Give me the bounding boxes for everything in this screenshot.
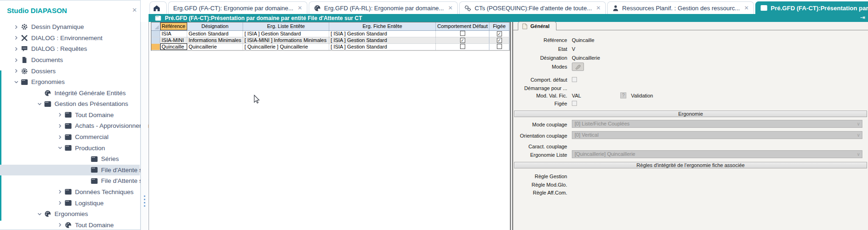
chevron-right-icon[interactable] [56, 124, 64, 128]
close-icon[interactable]: ✕ [744, 5, 749, 11]
cell-reference[interactable]: ISIA [160, 30, 187, 37]
cell-designation[interactable]: Gestion Standard [187, 30, 243, 37]
sidebar-item-dialog-environnement[interactable]: DIALOG : Environnement [0, 33, 140, 44]
cell-designation[interactable]: Quincaillerie [187, 43, 243, 50]
column-header-fig-e[interactable]: Figée [489, 22, 509, 30]
cell-reference[interactable]: Quincaille [160, 43, 187, 50]
column-header-comportement-d-faut[interactable]: Comportement Défaut [436, 22, 489, 30]
tab-home[interactable] [149, 1, 167, 14]
chevron-right-icon[interactable] [12, 47, 20, 51]
chevron-right-icon[interactable] [12, 58, 20, 63]
tab-document-5[interactable]: Pré.GFD (FA-CT):Présentation par domai..… [755, 1, 868, 14]
sidebar-item-gestion-des-pr-sentations[interactable]: Gestion des Présentations [0, 98, 140, 110]
field-figee: Figée [513, 100, 868, 107]
column-header-erg-liste-ent-te[interactable]: Erg. Liste Entête [243, 22, 329, 30]
field-designation: Désignation Quincaillerie [513, 54, 868, 61]
tree-item-label: Ergonomies [31, 78, 65, 85]
comport-defaut-checkbox[interactable] [572, 77, 577, 82]
close-icon[interactable]: ✕ [448, 5, 453, 11]
tab-document-1[interactable]: Erg.GFD (FA-CT): Ergonomie par domaine..… [168, 1, 307, 14]
tab-document-3[interactable]: CTs (POSEQUINC):File d'attente de toute.… [459, 1, 606, 14]
close-icon[interactable]: ✕ [131, 7, 138, 14]
figee-checkbox[interactable]: ✓ [497, 31, 502, 36]
sidebar-item-ergonomies[interactable]: Ergonomies [0, 77, 140, 88]
row-indicator[interactable] [151, 30, 160, 37]
tree-scrollbar[interactable] [141, 22, 148, 230]
comportement-defaut-checkbox[interactable]: ✓ [460, 38, 465, 43]
sidebar-item-tout-domaine[interactable]: Tout Domaine [0, 110, 140, 121]
gear-icon [20, 23, 28, 31]
tab-label: CTs (POSEQUINC):File d'attente de toute.… [475, 5, 592, 12]
field-label: Modes [513, 64, 567, 70]
sidebar-item-file-d-attente-sur-ct[interactable]: File d'Attente sur CT [0, 165, 140, 176]
chevron-right-icon[interactable] [12, 69, 20, 73]
row-indicator[interactable] [151, 37, 160, 43]
sidebar-item-tout-domaine[interactable]: Tout Domaine [0, 219, 140, 230]
chevron-right-icon[interactable] [56, 223, 64, 227]
grid-header-row: RéférenceDésignationErg. Liste EntêteErg… [151, 22, 509, 30]
chevron-right-icon[interactable] [12, 25, 20, 29]
cell-designation[interactable]: Informations Minimales [187, 37, 243, 43]
chevron-down-icon[interactable] [12, 80, 20, 84]
sidebar-item-ergonomies[interactable]: Ergonomies [0, 209, 140, 220]
cell-erg_fiche[interactable]: [ ISIA ] Gestion Standard [329, 30, 436, 37]
sidebar-item-logistique[interactable]: Logistique [0, 197, 140, 209]
field-label: Caract. couplage [513, 144, 567, 149]
chevron-down-icon[interactable] [35, 102, 44, 106]
ergonomie-liste-select[interactable]: [Quincaillerie] Quincaillerie∨ [572, 150, 862, 158]
properties-panel: Général Référence Quincaille Etat V Dési… [513, 22, 868, 230]
sidebar-item-donn-es-techniques[interactable]: Données Techniques [0, 187, 140, 198]
row-indicator[interactable] [151, 43, 160, 50]
sidebar-item-file-d-attente-sur-rl[interactable]: File d'Attente sur RL [0, 175, 140, 187]
sidebar-item-achats-approvisionnements[interactable]: Achats - Approvisionnements [0, 120, 140, 132]
comportement-defaut-checkbox[interactable] [460, 31, 465, 36]
orientation-couplage-select[interactable]: [0] Vertical∨ [572, 131, 862, 139]
sidebar-item-dessin-dynamique[interactable]: Dessin Dynamique [0, 21, 140, 33]
sidebar-item-production[interactable]: Production [0, 142, 140, 153]
panel-splitter[interactable] [510, 22, 513, 230]
comportement-defaut-checkbox[interactable] [460, 44, 465, 49]
tab-document-2[interactable]: Erg.GFD (FA-RL): Ergonomie par domaine..… [309, 1, 458, 14]
help-button[interactable]: ? [620, 92, 626, 98]
figee-checkbox[interactable] [497, 44, 502, 49]
close-icon[interactable]: ✕ [298, 5, 302, 11]
cell-erg_fiche[interactable]: [ ISIA ] Gestion Standard [329, 37, 436, 43]
grid-corner-cell[interactable] [151, 22, 160, 30]
tab-general[interactable]: Général [518, 21, 556, 30]
sidebar-item-int-grit-g-n-rale-entit-s[interactable]: Intégrité Générale Entités [0, 87, 140, 98]
cell-erg_liste[interactable]: [ ISIA ] Gestion Standard [243, 30, 329, 37]
cell-erg_liste[interactable]: [ ISIA-MINI ] Informations Minimales [243, 37, 329, 43]
figee-checkbox[interactable]: ✓ [497, 38, 502, 43]
pin-right-icon[interactable]: ⇥ [860, 14, 865, 21]
cell-reference[interactable]: ISIA-MINI [160, 37, 187, 43]
sidebar-item-documents[interactable]: Documents [0, 55, 140, 66]
chevron-right-icon[interactable] [56, 189, 64, 194]
select-value: [Quincaillerie] Quincaillerie [575, 151, 635, 157]
mode-couplage-select[interactable]: [0] Liste/Fiche Couplées∨ [572, 120, 862, 128]
document-titlebar: Pré.GFD (FA-CT):Présentation par domaine… [149, 14, 868, 22]
chevron-down-icon[interactable] [56, 146, 64, 150]
sidebar-item-s-ries[interactable]: Séries [0, 153, 140, 165]
column-header-erg-fiche-ent-te[interactable]: Erg. Fiche Entête [329, 22, 436, 30]
window-icon [90, 166, 98, 174]
sidebar-item-commercial[interactable]: Commercial [0, 132, 140, 143]
modes-button[interactable] [572, 63, 584, 71]
sidebar-item-dossiers[interactable]: Dossiers [0, 65, 140, 77]
chevron-right-icon[interactable] [56, 135, 64, 139]
splitter-grip[interactable] [144, 195, 145, 207]
chevron-right-icon[interactable] [56, 112, 64, 117]
column-header-d-signation[interactable]: Désignation [187, 22, 243, 30]
window-icon [155, 15, 161, 21]
figee-checkbox[interactable] [572, 101, 577, 106]
sidebar-item-dialog-requ-tes[interactable]: DIALOG : Requêtes [0, 43, 140, 55]
cell-erg_fiche[interactable]: [ ISIA ] Gestion Standard [329, 43, 436, 50]
close-icon[interactable]: ✕ [596, 5, 601, 11]
column-header-r-f-rence[interactable]: Référence [160, 22, 187, 30]
tab-document-4[interactable]: Ressources Planif. : Gestion des ressour… [607, 1, 754, 14]
chevron-down-icon[interactable] [35, 212, 44, 216]
cell-erg_liste[interactable]: [ Quincaillerie ] Quincaillerie [243, 43, 329, 50]
chevron-right-icon[interactable] [12, 35, 20, 40]
chevron-right-icon[interactable] [56, 201, 64, 205]
cell-figee: ✓ [489, 37, 509, 43]
window-icon [64, 144, 72, 152]
